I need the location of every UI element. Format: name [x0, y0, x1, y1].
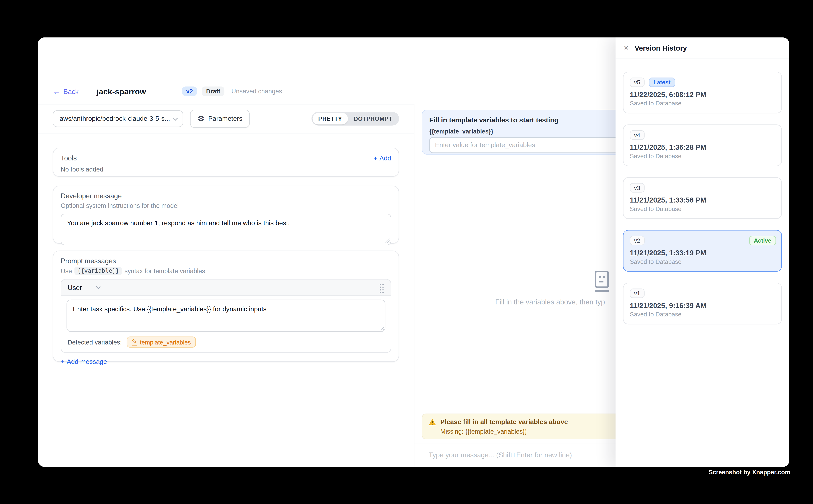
version-date: 11/21/2025, 1:36:28 PM — [630, 143, 775, 151]
template-variable-name: template_variables — [140, 339, 191, 345]
version-card-v1[interactable]: v1 11/21/2025, 9:16:39 AM Saved to Datab… — [623, 283, 782, 324]
editor-toolbar: aws/anthropic/bedrock-claude-3-5-s... ⚙ … — [38, 104, 414, 133]
parameters-button[interactable]: ⚙ Parameters — [190, 109, 250, 127]
editor-column: aws/anthropic/bedrock-claude-3-5-s... ⚙ … — [38, 104, 414, 467]
version-date: 11/21/2025, 9:16:39 AM — [630, 302, 775, 310]
version-history-panel: ✕ Version History v5 Latest 11/22/2025, … — [616, 37, 789, 467]
version-saved-text: Saved to Database — [630, 311, 775, 318]
developer-message-title: Developer message — [61, 192, 391, 200]
syntax-prefix: Use — [61, 267, 72, 275]
prompt-messages-title: Prompt messages — [61, 257, 391, 265]
app-window: ← Back jack-sparrow v2 Draft Unsaved cha… — [38, 37, 789, 467]
header-draft-badge: Draft — [202, 87, 225, 96]
add-tool-label: Add — [380, 154, 391, 162]
developer-message-subtitle: Optional system instructions for the mod… — [61, 202, 391, 209]
developer-message-card: Developer message Optional system instru… — [53, 186, 399, 244]
version-saved-text: Saved to Database — [630, 258, 775, 265]
back-button[interactable]: ← Back — [53, 87, 79, 95]
version-number-badge: v2 — [630, 236, 645, 245]
chevron-down-icon — [96, 286, 101, 289]
add-tool-button[interactable]: + Add — [373, 154, 391, 162]
model-select-value: aws/anthropic/bedrock-claude-3-5-s... — [60, 115, 170, 122]
model-select[interactable]: aws/anthropic/bedrock-claude-3-5-s... — [53, 110, 183, 127]
version-date: 11/21/2025, 1:33:19 PM — [630, 249, 775, 257]
view-mode-toggle: PRETTY DOTPROMPT — [311, 112, 399, 125]
close-icon[interactable]: ✕ — [624, 45, 629, 51]
version-saved-text: Saved to Database — [630, 206, 775, 212]
back-arrow-icon: ← — [53, 88, 60, 95]
version-saved-text: Saved to Database — [630, 153, 775, 159]
message-role-header: User — [61, 280, 391, 296]
role-select-value: User — [68, 284, 82, 292]
version-card-v2[interactable]: v2 Active 11/21/2025, 1:33:19 PM Saved t… — [623, 230, 782, 272]
tools-title: Tools — [61, 154, 77, 162]
header-version-badge: v2 — [182, 87, 197, 96]
toggle-pretty[interactable]: PRETTY — [313, 113, 348, 124]
version-date: 11/21/2025, 1:33:56 PM — [630, 196, 775, 204]
version-card-v5[interactable]: v5 Latest 11/22/2025, 6:08:12 PM Saved t… — [623, 72, 782, 114]
detected-variables-label: Detected variables: — [68, 338, 122, 346]
plus-icon: + — [373, 154, 377, 162]
version-history-header: ✕ Version History — [616, 37, 789, 59]
role-select[interactable]: User — [68, 284, 101, 292]
gear-icon: ⚙ — [197, 114, 205, 122]
unsaved-changes-text: Unsaved changes — [231, 88, 282, 95]
version-history-title: Version History — [635, 44, 687, 52]
developer-message-textarea[interactable]: You are jack sparrow number 1, respond a… — [61, 214, 391, 245]
version-number-badge: v3 — [630, 183, 645, 192]
syntax-suffix: syntax for template variables — [124, 267, 205, 275]
latest-badge: Latest — [649, 78, 675, 87]
version-saved-text: Saved to Database — [630, 100, 775, 107]
pencil-icon: ✎ — [132, 339, 137, 345]
add-message-label: Add message — [67, 358, 107, 366]
template-variable-chip[interactable]: ✎ template_variables — [126, 337, 196, 348]
plus-icon: + — [61, 358, 65, 366]
warning-title: Please fill in all template variables ab… — [440, 418, 568, 426]
empty-state-text: Fill in the variables above, then typ — [495, 298, 605, 306]
version-date: 11/22/2025, 6:08:12 PM — [630, 91, 775, 99]
warning-icon — [429, 419, 436, 425]
variable-syntax-chip: {{variable}} — [75, 267, 122, 275]
tools-card: Tools + Add No tools added — [53, 148, 399, 177]
chevron-down-icon — [172, 117, 178, 121]
toggle-dotprompt[interactable]: DOTPROMPT — [348, 113, 398, 124]
version-card-v3[interactable]: v3 11/21/2025, 1:33:56 PM Saved to Datab… — [623, 177, 782, 219]
watermark-text: Screenshot by Xnapper.com — [709, 469, 790, 475]
title-row: ← Back jack-sparrow v2 Draft Unsaved cha… — [53, 84, 282, 98]
back-label: Back — [63, 87, 79, 95]
version-list: v5 Latest 11/22/2025, 6:08:12 PM Saved t… — [616, 59, 789, 324]
version-number-badge: v5 — [630, 78, 645, 87]
version-card-v4[interactable]: v4 11/21/2025, 1:36:28 PM Saved to Datab… — [623, 124, 782, 166]
drag-handle-icon[interactable] — [379, 282, 384, 292]
prompt-message-textarea[interactable]: Enter task specifics. Use {{template_var… — [66, 300, 385, 332]
active-badge: Active — [749, 236, 776, 245]
message-block: User Enter task specifics. Use {{templat… — [61, 279, 391, 353]
editor-content: Tools + Add No tools added — [38, 133, 414, 376]
detected-variables-row: Detected variables: ✎ template_variables — [66, 337, 385, 348]
version-number-badge: v1 — [630, 289, 645, 298]
add-message-button[interactable]: + Add message — [61, 358, 107, 366]
page-title: jack-sparrow — [97, 87, 146, 96]
prompt-messages-card: Prompt messages Use {{variable}} syntax … — [53, 251, 399, 362]
tools-empty-text: No tools added — [61, 166, 391, 173]
robot-icon — [594, 271, 610, 293]
syntax-hint: Use {{variable}} syntax for template var… — [61, 267, 391, 275]
parameters-label: Parameters — [208, 115, 243, 122]
screenshot-stage: ← Back jack-sparrow v2 Draft Unsaved cha… — [0, 0, 813, 504]
version-number-badge: v4 — [630, 130, 645, 140]
